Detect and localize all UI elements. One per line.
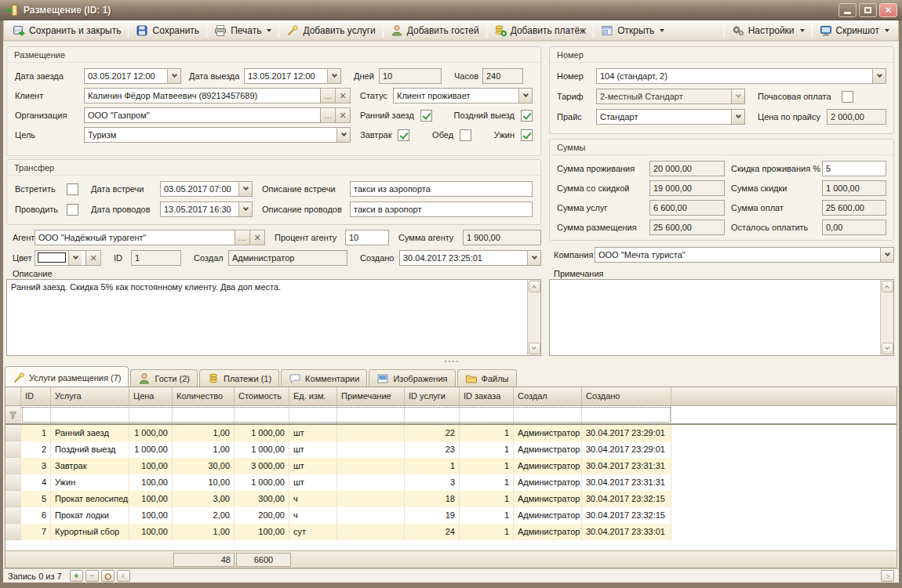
cell[interactable]: 1 bbox=[460, 458, 514, 474]
filter-cell[interactable] bbox=[289, 406, 337, 423]
meet-desc-field[interactable]: такси из аэропорта bbox=[350, 181, 533, 197]
agent-clear-button[interactable]: ✕ bbox=[250, 230, 265, 245]
cell[interactable]: 2,00 bbox=[173, 507, 235, 524]
hourly-checkbox[interactable] bbox=[842, 91, 853, 103]
filter-cell[interactable] bbox=[582, 406, 671, 423]
cell[interactable]: 18 bbox=[405, 491, 460, 507]
add-payment-button[interactable]: Добавить платёж bbox=[489, 22, 591, 39]
cell[interactable] bbox=[337, 474, 405, 491]
cell[interactable]: 1 000,00 bbox=[235, 441, 289, 458]
row-header[interactable] bbox=[5, 524, 21, 540]
filter-cell[interactable] bbox=[51, 406, 129, 423]
cell[interactable]: 30.04.2017 23:33:01 bbox=[582, 524, 671, 540]
column-header[interactable]: ID bbox=[21, 387, 51, 405]
description-scrollbar[interactable] bbox=[527, 280, 540, 355]
cell[interactable]: 4 bbox=[21, 474, 51, 491]
chevron-down-icon[interactable] bbox=[527, 251, 540, 265]
add-services-button[interactable]: Добавить услуги bbox=[281, 22, 380, 39]
save-button[interactable]: Сохранить bbox=[130, 22, 205, 39]
agent-sum-field[interactable]: 1 900,00 bbox=[463, 230, 541, 245]
add-row-button[interactable]: + bbox=[70, 570, 83, 582]
open-button[interactable]: Открыть bbox=[595, 22, 670, 39]
seeoff-desc-field[interactable]: такси в аэропорт bbox=[350, 201, 533, 217]
created-by-field[interactable]: Администратор bbox=[228, 250, 347, 266]
client-lookup-button[interactable]: … bbox=[321, 88, 336, 103]
column-header[interactable]: Примечание bbox=[337, 387, 405, 405]
price-list-select[interactable]: Стандарт bbox=[596, 109, 745, 125]
cell[interactable]: 6 bbox=[21, 507, 51, 524]
cell[interactable]: 100,00 bbox=[129, 458, 173, 474]
description-textarea[interactable]: Ранний заезд. Скидка 5% как постоянному … bbox=[7, 280, 527, 355]
scroll-up-icon[interactable] bbox=[529, 281, 540, 292]
chevron-down-icon[interactable] bbox=[238, 202, 252, 216]
cell[interactable]: Ужин bbox=[51, 474, 129, 491]
filter-cell[interactable] bbox=[129, 406, 173, 423]
scroll-down-icon[interactable] bbox=[529, 343, 540, 354]
cell[interactable]: Администратор bbox=[514, 474, 582, 491]
cell[interactable]: Администратор bbox=[514, 441, 582, 458]
cell[interactable]: 100,00 bbox=[129, 507, 173, 524]
days-field[interactable]: 10 bbox=[379, 68, 442, 84]
refresh-button[interactable] bbox=[101, 570, 115, 582]
discount-percent-field[interactable]: 5 bbox=[822, 161, 886, 176]
chevron-down-icon[interactable] bbox=[336, 128, 350, 142]
breakfast-checkbox[interactable] bbox=[398, 129, 409, 141]
close-button[interactable]: ✕ bbox=[879, 3, 897, 17]
cell[interactable]: 1 bbox=[21, 425, 51, 441]
cell[interactable]: 1 bbox=[460, 474, 514, 491]
cell[interactable]: 1,00 bbox=[173, 425, 235, 441]
cell[interactable]: 30.04.2017 23:32:15 bbox=[582, 491, 671, 507]
table-row[interactable]: 1Ранний заезд1 000,001,001 000,00шт221Ад… bbox=[5, 425, 897, 441]
scroll-up-icon[interactable] bbox=[882, 281, 893, 292]
cell[interactable]: Курортный сбор bbox=[51, 524, 129, 540]
cell[interactable]: 19 bbox=[405, 507, 460, 524]
column-header[interactable]: Цена bbox=[129, 387, 173, 405]
cell[interactable]: Ранний заезд bbox=[51, 425, 129, 441]
save-close-button[interactable]: Сохранить и закрыть bbox=[7, 22, 126, 39]
client-clear-button[interactable]: ✕ bbox=[336, 88, 351, 103]
notes-textarea[interactable] bbox=[550, 280, 880, 355]
cell[interactable]: 7 bbox=[21, 524, 51, 540]
cell[interactable]: 1 000,00 bbox=[235, 474, 289, 491]
filter-cell[interactable] bbox=[173, 406, 235, 423]
client-field[interactable]: Калинин Фёдор Матвеевич (89213457689) bbox=[84, 88, 321, 103]
column-header[interactable]: Услуга bbox=[51, 387, 129, 405]
cell[interactable]: Администратор bbox=[514, 491, 582, 507]
early-checkin-checkbox[interactable] bbox=[420, 110, 432, 122]
cell[interactable]: 24 bbox=[405, 524, 460, 540]
cell[interactable]: шт bbox=[289, 441, 337, 458]
filter-cell[interactable] bbox=[460, 406, 514, 423]
scroll-left-button[interactable] bbox=[117, 570, 130, 582]
sum-field[interactable]: 25 600,00 bbox=[822, 200, 886, 216]
scroll-down-icon[interactable] bbox=[882, 343, 893, 354]
cell[interactable]: 100,00 bbox=[129, 491, 173, 507]
column-header[interactable]: Ед. изм. bbox=[289, 387, 337, 405]
organization-field[interactable]: ООО "Газпром" bbox=[84, 107, 321, 123]
cell[interactable]: Администратор bbox=[514, 425, 582, 441]
filter-cell[interactable] bbox=[405, 406, 460, 423]
cell[interactable]: ч bbox=[289, 507, 337, 524]
cell[interactable]: 2 bbox=[21, 441, 51, 458]
cell[interactable]: 1 bbox=[460, 441, 514, 458]
cell[interactable]: 1 000,00 bbox=[129, 425, 173, 441]
cell[interactable]: 30.04.2017 23:31:31 bbox=[582, 474, 671, 491]
table-row[interactable]: 6Прокат лодки100,002,00200,00ч191Админис… bbox=[5, 507, 897, 524]
sum-field[interactable]: 6 600,00 bbox=[649, 200, 725, 216]
scroll-right-button[interactable] bbox=[881, 570, 894, 582]
status-select[interactable]: Клиент проживает bbox=[393, 88, 533, 103]
organization-lookup-button[interactable]: … bbox=[321, 107, 336, 123]
cell[interactable]: Администратор bbox=[514, 524, 582, 540]
cell[interactable]: Прокат велосипеда bbox=[51, 491, 129, 507]
color-picker[interactable] bbox=[35, 250, 86, 266]
checkout-date-picker[interactable]: 13.05.2017 12:00 bbox=[244, 68, 341, 84]
cell[interactable]: 10,00 bbox=[173, 474, 235, 491]
cell[interactable]: 1 000,00 bbox=[129, 441, 173, 458]
cell[interactable]: 5 bbox=[21, 491, 51, 507]
cell[interactable]: 23 bbox=[405, 441, 460, 458]
sum-field[interactable]: 25 600,00 bbox=[649, 220, 725, 235]
cell[interactable] bbox=[337, 507, 405, 524]
price-field[interactable]: 2 000,00 bbox=[827, 109, 886, 125]
cell[interactable]: 3 000,00 bbox=[235, 458, 289, 474]
cell[interactable]: Прокат лодки bbox=[51, 507, 129, 524]
cell[interactable]: шт bbox=[289, 474, 337, 491]
